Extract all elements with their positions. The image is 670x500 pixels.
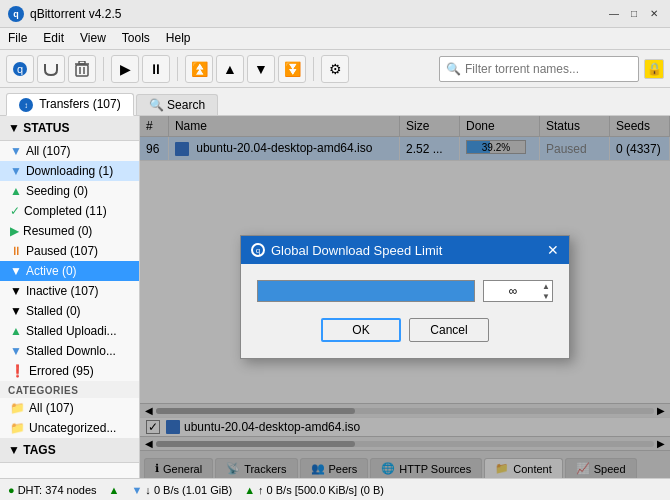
speed-value-input[interactable] (488, 284, 538, 298)
modal-title: Global Download Speed Limit (271, 243, 442, 258)
svg-rect-8 (79, 61, 85, 64)
move-top-button[interactable]: ⏫ (185, 55, 213, 83)
modal-dialog: q Global Download Speed Limit ✕ ▲ ▼ (240, 235, 570, 359)
options-button[interactable]: ⚙ (321, 55, 349, 83)
upload-text: ↑ 0 B/s [500.0 KiB/s] (0 B) (258, 484, 384, 496)
main-content: ▼ STATUS ▼ All (107) ▼ Downloading (1) ▲… (0, 116, 670, 478)
modal-input-row: ▲ ▼ (257, 280, 553, 302)
upload-speed-icon: ▲ (244, 484, 255, 496)
sidebar-item-completed[interactable]: ✓ Completed (11) (0, 201, 139, 221)
resume-button[interactable]: ▶ (111, 55, 139, 83)
modal-body: ▲ ▼ (241, 264, 569, 318)
upload-indicator: ▲ (109, 484, 120, 496)
stalled-down-icon: ▼ (10, 344, 22, 358)
sidebar-item-seeding[interactable]: ▲ Seeding (0) (0, 181, 139, 201)
sidebar-item-cat-all[interactable]: 📁 All (107) (0, 398, 139, 418)
sidebar-item-paused[interactable]: ⏸ Paused (107) (0, 241, 139, 261)
errored-icon: ❗ (10, 364, 25, 378)
title-bar-left: q qBittorrent v4.2.5 (8, 6, 121, 22)
add-magnet-button[interactable] (37, 55, 65, 83)
filter-icon: ▼ (10, 144, 22, 158)
move-bottom-button[interactable]: ⏬ (278, 55, 306, 83)
minimize-button[interactable]: — (606, 6, 622, 22)
sidebar-item-downloading[interactable]: ▼ Downloading (1) (0, 161, 139, 181)
menu-tools[interactable]: Tools (122, 31, 150, 46)
svg-text:q: q (17, 63, 23, 75)
maximize-button[interactable]: □ (626, 6, 642, 22)
search-icon: 🔍 (446, 62, 461, 76)
remove-torrent-button[interactable] (68, 55, 96, 83)
spin-buttons: ▲ ▼ (542, 282, 550, 302)
menu-file[interactable]: File (8, 31, 27, 46)
menu-view[interactable]: View (80, 31, 106, 46)
tags-section-label: ▼ TAGS (8, 443, 56, 457)
title-bar-controls: — □ ✕ (606, 6, 662, 22)
tags-section-header[interactable]: ▼ TAGS (0, 438, 139, 463)
modal-icon: q (251, 243, 265, 257)
speed-input-box[interactable]: ▲ ▼ (483, 280, 553, 302)
download-status: ▼ ↓ 0 B/s (1.01 GiB) (131, 484, 232, 496)
modal-cancel-button[interactable]: Cancel (409, 318, 489, 342)
sidebar-item-cat-uncategorized[interactable]: 📁 Uncategorized... (0, 418, 139, 438)
toolbar-separator-3 (313, 57, 314, 81)
sidebar-item-errored[interactable]: ❗ Errored (95) (0, 361, 139, 381)
move-up-button[interactable]: ▲ (216, 55, 244, 83)
spin-up-button[interactable]: ▲ (542, 282, 550, 292)
search-box[interactable]: 🔍 (439, 56, 639, 82)
paused-icon: ⏸ (10, 244, 22, 258)
sidebar-item-stalled-down[interactable]: ▼ Stalled Downlo... (0, 341, 139, 361)
status-bar: ● DHT: 374 nodes ▲ ▼ ↓ 0 B/s (1.01 GiB) … (0, 478, 670, 500)
svg-rect-4 (76, 65, 88, 76)
tab-search[interactable]: 🔍 Search (136, 94, 218, 115)
toolbar-separator-2 (177, 57, 178, 81)
download-text: ↓ 0 B/s (1.01 GiB) (145, 484, 232, 496)
spin-down-button[interactable]: ▼ (542, 292, 550, 302)
cat-uncategorized-icon: 📁 (10, 421, 25, 435)
modal-footer: OK Cancel (241, 318, 569, 358)
tab-transfers[interactable]: ↕ Transfers (107) (6, 93, 134, 117)
sidebar-item-inactive[interactable]: ▼ Inactive (107) (0, 281, 139, 301)
categories-section-label: CATEGORIES (0, 381, 139, 398)
menu-edit[interactable]: Edit (43, 31, 64, 46)
upload-status: ▲ ↑ 0 B/s [500.0 KiB/s] (0 B) (244, 484, 384, 496)
toolbar-separator-1 (103, 57, 104, 81)
dht-text: DHT: 374 nodes (18, 484, 97, 496)
menu-help[interactable]: Help (166, 31, 191, 46)
transfers-icon: ↕ (19, 98, 33, 112)
stalled-upload-icon: ▲ (10, 324, 22, 338)
inactive-icon: ▼ (10, 284, 22, 298)
close-button[interactable]: ✕ (646, 6, 662, 22)
download-icon: ▼ (131, 484, 142, 496)
add-torrent-button[interactable]: q (6, 55, 34, 83)
move-down-button[interactable]: ▼ (247, 55, 275, 83)
sidebar-item-stalled-upload[interactable]: ▲ Stalled Uploadi... (0, 321, 139, 341)
menu-bar: File Edit View Tools Help (0, 28, 670, 50)
toolbar: q ▶ ⏸ ⏫ ▲ ▼ ⏬ ⚙ 🔍 🔒 (0, 50, 670, 88)
completed-icon: ✓ (10, 204, 20, 218)
sidebar-item-resumed[interactable]: ▶ Resumed (0) (0, 221, 139, 241)
tab-transfers-label: ↕ Transfers (107) (19, 97, 121, 111)
modal-close-button[interactable]: ✕ (547, 242, 559, 258)
cat-all-icon: 📁 (10, 401, 25, 415)
sidebar-item-all[interactable]: ▼ All (107) (0, 141, 139, 161)
speed-slider[interactable] (257, 280, 475, 302)
status-section-header[interactable]: ▼ STATUS (0, 116, 139, 141)
resumed-icon: ▶ (10, 224, 19, 238)
sidebar-item-stalled[interactable]: ▼ Stalled (0) (0, 301, 139, 321)
stalled-icon: ▼ (10, 304, 22, 318)
app-icon: q (8, 6, 24, 22)
modal-overlay: q Global Download Speed Limit ✕ ▲ ▼ (140, 116, 670, 478)
content-tabs-bar: ↕ Transfers (107) 🔍 Search (0, 88, 670, 116)
lock-icon[interactable]: 🔒 (644, 59, 664, 79)
sidebar: ▼ STATUS ▼ All (107) ▼ Downloading (1) ▲… (0, 116, 140, 478)
title-bar: q qBittorrent v4.2.5 — □ ✕ (0, 0, 670, 28)
sidebar-item-active[interactable]: ▼ Active (0) (0, 261, 139, 281)
search-input[interactable] (465, 62, 625, 76)
dht-icon: ● (8, 484, 15, 496)
modal-title-bar: q Global Download Speed Limit ✕ (241, 236, 569, 264)
downloading-icon: ▼ (10, 164, 22, 178)
modal-ok-button[interactable]: OK (321, 318, 401, 342)
title-bar-title: qBittorrent v4.2.5 (30, 7, 121, 21)
pause-button[interactable]: ⏸ (142, 55, 170, 83)
active-icon: ▼ (10, 264, 22, 278)
